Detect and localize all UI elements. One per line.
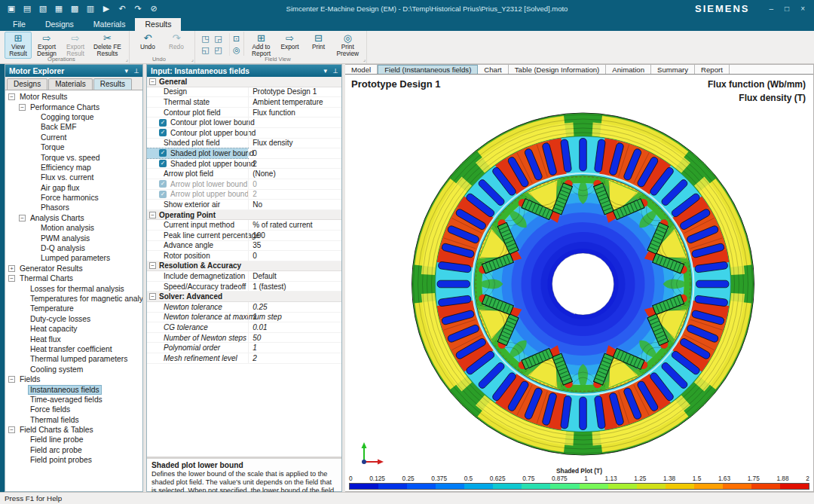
property-value[interactable]: Flux function: [248, 108, 341, 118]
tree-item-cooling-system[interactable]: Cooling system: [5, 365, 142, 374]
collapse-icon[interactable]: −: [149, 293, 156, 300]
tree-item-motor-results[interactable]: −Motor Results: [5, 92, 142, 102]
close-button[interactable]: ×: [800, 5, 805, 13]
checkbox-icon[interactable]: ✓: [159, 191, 167, 198]
property-value[interactable]: (None): [248, 169, 341, 179]
delete-fe-results-button[interactable]: ✂Delete FE Results: [90, 32, 124, 59]
tree-item-lumped-parameters[interactable]: Lumped parameters: [5, 253, 142, 263]
tree-item-analysis-charts[interactable]: −Analysis Charts: [5, 213, 142, 223]
app-icon[interactable]: ▣: [6, 3, 17, 14]
property-value[interactable]: 1: [248, 313, 341, 322]
tree-item-pwm-analysis[interactable]: PWM analysis: [5, 233, 142, 243]
report-icon[interactable]: ▥: [85, 3, 96, 14]
property-value[interactable]: 2: [248, 190, 341, 200]
export-design-button[interactable]: ⇨Export Design: [33, 32, 60, 59]
view-orientation-3-icon[interactable]: ◱: [199, 44, 212, 56]
tree-item-heat-flux[interactable]: Heat flux: [5, 334, 142, 344]
help-icon[interactable]: ⊘: [148, 3, 159, 14]
collapse-icon[interactable]: −: [149, 262, 156, 269]
new-file-icon[interactable]: ▤: [22, 3, 32, 14]
property-value[interactable]: 100: [248, 231, 341, 240]
property-value[interactable]: 0: [248, 148, 341, 158]
zoom-window-icon[interactable]: ◎: [233, 44, 240, 56]
collapse-icon[interactable]: −: [149, 212, 156, 218]
property-value[interactable]: 35: [248, 241, 341, 251]
explorer-tab-designs[interactable]: Designs: [7, 78, 47, 90]
property-row-show-exterior-air[interactable]: Show exterior airNo: [147, 200, 341, 210]
print-button[interactable]: ⊟Print: [305, 32, 332, 52]
property-row-arrow-plot-field[interactable]: Arrow plot field(None): [147, 169, 341, 179]
pin-icon[interactable]: ⟂: [134, 67, 139, 75]
dialog-launcher-icon[interactable]: ⌟: [191, 57, 194, 63]
property-row-newton-tolerance-at-maximum-step[interactable]: Newton tolerance at maximum step1: [147, 313, 341, 323]
tree-item-performance-charts[interactable]: −Performance Charts: [5, 102, 142, 111]
view-tab-model[interactable]: Model: [345, 65, 378, 74]
collapse-icon[interactable]: −: [149, 78, 156, 85]
property-row-shaded-plot-field[interactable]: Shaded plot fieldFlux density: [147, 139, 341, 149]
tree-item-d-q-analysis[interactable]: D-Q analysis: [5, 243, 142, 253]
export-button[interactable]: ⇨Export: [277, 32, 304, 52]
property-value[interactable]: No: [248, 200, 341, 209]
tree-item-field-point-probes[interactable]: Field point probes: [5, 455, 142, 465]
tree-expander-icon[interactable]: −: [8, 376, 15, 383]
tree-item-thermal-charts[interactable]: −Thermal Charts: [5, 273, 142, 283]
property-value[interactable]: Default: [248, 271, 341, 281]
tree-item-efficiency-map[interactable]: Efficiency map: [5, 163, 142, 173]
checkbox-icon[interactable]: ✓: [159, 180, 167, 188]
tree-item-thermal-fields[interactable]: Thermal fields: [5, 415, 142, 425]
tree-item-motion-analysis[interactable]: Motion analysis: [5, 223, 142, 233]
property-value[interactable]: Prototype Design 1: [248, 87, 341, 97]
view-tab-table-design-information[interactable]: Table (Design Information): [509, 65, 607, 74]
view-tab-chart[interactable]: Chart: [478, 65, 508, 74]
ribbon-tab-materials[interactable]: Materials: [84, 18, 136, 31]
tree-item-generator-results[interactable]: +Generator Results: [5, 264, 142, 273]
property-value[interactable]: 0: [248, 251, 341, 261]
checkbox-icon[interactable]: ✓: [159, 129, 167, 136]
print-preview-button[interactable]: ◎Print Preview: [334, 32, 363, 59]
property-row-cg-tolerance[interactable]: CG tolerance0.01: [147, 322, 341, 333]
tree-expander-icon[interactable]: −: [19, 215, 26, 221]
property-row-current-input-method[interactable]: Current input method% of rated current: [147, 220, 341, 231]
explorer-tab-results[interactable]: Results: [93, 78, 132, 90]
tree-expander-icon[interactable]: −: [19, 104, 26, 111]
property-value[interactable]: [248, 118, 341, 127]
property-row-polynomial-order[interactable]: Polynomial order1: [147, 343, 341, 353]
tree-expander-icon[interactable]: +: [8, 265, 15, 272]
tree-item-field-arc-probe[interactable]: Field arc probe: [5, 445, 142, 455]
view-orientation-4-icon[interactable]: ◰: [212, 44, 225, 56]
checkbox-icon[interactable]: ✓: [159, 160, 167, 167]
property-row-arrow-plot-lower-bound[interactable]: ✓Arrow plot lower bound0: [147, 179, 341, 190]
section-row-resolution-accuracy[interactable]: −Resolution & Accuracy: [147, 261, 341, 272]
dialog-launcher-icon[interactable]: ⌟: [126, 57, 128, 63]
maximize-button[interactable]: □: [785, 5, 789, 13]
tree-item-duty-cycle-losses[interactable]: Duty-cycle losses: [5, 314, 142, 324]
open-file-icon[interactable]: ▧: [38, 3, 48, 14]
tree-item-losses-for-thermal-analysis[interactable]: Losses for thermal analysis: [5, 283, 142, 293]
property-row-number-of-newton-steps[interactable]: Number of Newton steps50: [147, 333, 341, 344]
property-row-contour-plot-field[interactable]: Contour plot fieldFlux function: [147, 108, 341, 118]
tree-item-force-fields[interactable]: Force fields: [5, 405, 142, 414]
tree-item-instantaneous-fields[interactable]: Instantaneous fields: [5, 384, 142, 394]
redo-icon[interactable]: ↷: [133, 3, 143, 14]
property-value[interactable]: 0: [248, 179, 341, 189]
property-value[interactable]: 0.01: [248, 322, 341, 332]
view-result-button[interactable]: ⊞View Result: [5, 32, 32, 59]
view-tab-field-instantaneous-fields[interactable]: Field (Instantaneous fields): [378, 65, 478, 74]
tree-item-field-charts-tables[interactable]: −Field Charts & Tables: [5, 425, 142, 435]
section-row-operating-point[interactable]: −Operating Point: [147, 210, 341, 221]
tree-item-heat-capacity[interactable]: Heat capacity: [5, 324, 142, 334]
view-tab-report[interactable]: Report: [695, 65, 730, 74]
tree-item-heat-transfer-coefficient[interactable]: Heat transfer coefficient: [5, 344, 142, 354]
property-row-arrow-plot-upper-bound[interactable]: ✓Arrow plot upper bound2: [147, 190, 341, 200]
collapse-arrow-icon[interactable]: ▾: [124, 67, 128, 75]
property-value[interactable]: 2: [248, 353, 341, 363]
tree-item-force-harmonics[interactable]: Force harmonics: [5, 193, 142, 203]
checkbox-icon[interactable]: ✓: [159, 149, 167, 157]
tree-expander-icon[interactable]: −: [8, 275, 15, 282]
property-value[interactable]: Flux density: [248, 139, 341, 148]
field-plot-canvas[interactable]: Prototype Design 1 Flux function (Wb/mm)…: [345, 75, 813, 491]
section-row-solver-advanced[interactable]: −Solver: Advanced: [147, 292, 341, 302]
property-value[interactable]: 0.25: [248, 302, 341, 312]
dialog-launcher-icon[interactable]: ⌟: [363, 57, 366, 63]
tree-item-cogging-torque[interactable]: Cogging torque: [5, 112, 142, 122]
